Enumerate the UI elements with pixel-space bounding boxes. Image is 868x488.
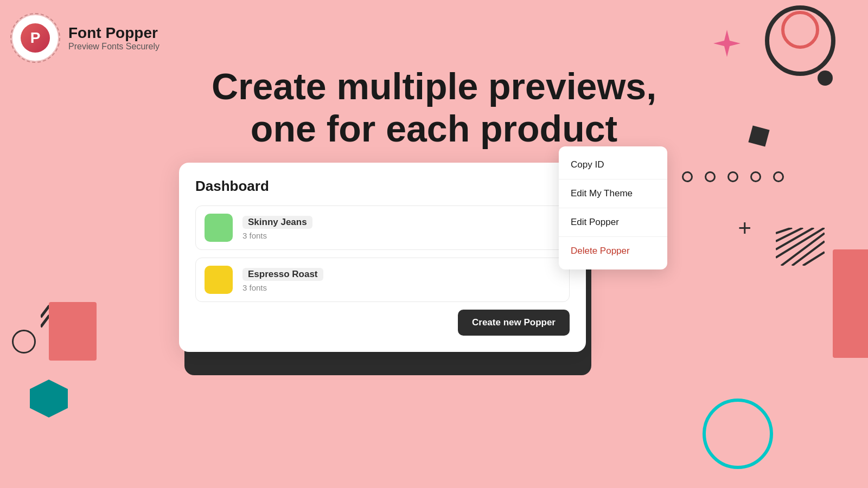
deco-plus-icon: + bbox=[738, 217, 751, 240]
deco-hatch-lines bbox=[776, 228, 825, 266]
deco-diamond-star bbox=[713, 30, 741, 57]
dashboard-card: Dashboard Skinny Jeans 3 fonts Espresso … bbox=[179, 163, 586, 352]
skinny-jeans-fonts: 3 fonts bbox=[242, 231, 312, 240]
espresso-fonts: 3 fonts bbox=[242, 283, 323, 292]
logo-circle: P bbox=[11, 14, 60, 62]
app-name: Font Popper bbox=[68, 24, 159, 42]
espresso-info: Espresso Roast 3 fonts bbox=[242, 268, 323, 292]
svg-line-3 bbox=[776, 228, 814, 249]
context-menu-edit-popper[interactable]: Edit Popper bbox=[559, 208, 667, 236]
deco-dot-5 bbox=[773, 171, 784, 182]
context-menu-copy-id[interactable]: Copy ID bbox=[559, 151, 667, 179]
skinny-jeans-info: Skinny Jeans 3 fonts bbox=[242, 216, 312, 240]
deco-dot-2 bbox=[705, 171, 716, 182]
deco-dots-row bbox=[682, 171, 784, 182]
deco-dot-3 bbox=[727, 171, 738, 182]
logo-text: Font Popper Preview Fonts Securely bbox=[68, 24, 159, 52]
deco-zigzag bbox=[41, 301, 95, 331]
skinny-jeans-color bbox=[205, 214, 233, 242]
deco-dot-1 bbox=[682, 171, 693, 182]
deco-coral-square-bl bbox=[49, 302, 97, 361]
deco-teal-circle bbox=[703, 399, 773, 469]
heading-line2: one for each product bbox=[0, 107, 868, 150]
dashboard-title: Dashboard bbox=[195, 178, 570, 195]
espresso-color bbox=[205, 266, 233, 294]
header: P Font Popper Preview Fonts Securely bbox=[11, 14, 159, 62]
context-menu: Copy ID Edit My Theme Edit Popper Delete… bbox=[559, 146, 667, 269]
app-tagline: Preview Fonts Securely bbox=[68, 42, 159, 52]
popper-item-espresso[interactable]: Espresso Roast 3 fonts bbox=[195, 258, 570, 302]
main-heading: Create multiple previews, one for each p… bbox=[0, 65, 868, 150]
svg-marker-8 bbox=[30, 380, 68, 418]
heading-line1: Create multiple previews, bbox=[0, 65, 868, 107]
deco-coral-rect bbox=[833, 249, 868, 358]
svg-line-2 bbox=[776, 228, 803, 241]
svg-marker-0 bbox=[713, 30, 741, 57]
dashboard-footer: Create new Popper bbox=[195, 310, 570, 336]
logo-p-letter: P bbox=[21, 23, 50, 53]
popper-item-skinny-jeans[interactable]: Skinny Jeans 3 fonts bbox=[195, 206, 570, 250]
create-new-popper-button[interactable]: Create new Popper bbox=[458, 310, 570, 336]
context-menu-edit-theme[interactable]: Edit My Theme bbox=[559, 179, 667, 208]
context-menu-delete-popper[interactable]: Delete Popper bbox=[559, 237, 667, 265]
deco-inner-circle bbox=[781, 11, 819, 49]
deco-circle-outline-bl bbox=[12, 330, 36, 354]
espresso-name: Espresso Roast bbox=[242, 268, 323, 281]
deco-dot-4 bbox=[750, 171, 761, 182]
svg-line-6 bbox=[792, 241, 825, 266]
svg-line-5 bbox=[781, 233, 825, 266]
skinny-jeans-name: Skinny Jeans bbox=[242, 216, 312, 229]
svg-line-7 bbox=[803, 252, 825, 266]
deco-teal-hexagon bbox=[30, 380, 68, 418]
svg-line-1 bbox=[776, 228, 792, 233]
svg-line-4 bbox=[776, 228, 825, 258]
